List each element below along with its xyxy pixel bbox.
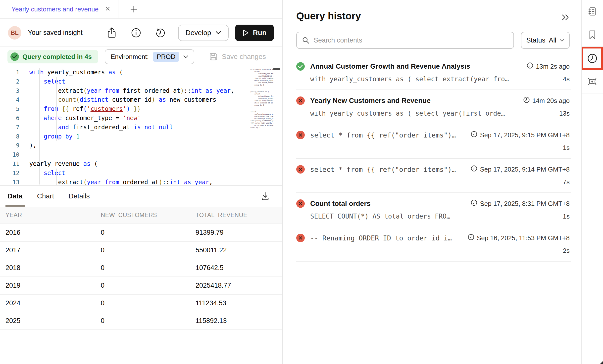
table-header-row: YEARNEW_CUSTOMERSTOTAL_REVENUE <box>0 207 282 224</box>
column-header: YEAR <box>0 212 95 219</box>
history-item[interactable]: Count total ordersSep 17, 2025, 8:31 PM … <box>296 193 571 227</box>
close-icon[interactable] <box>104 5 111 13</box>
table-cell: 2016 <box>0 229 95 236</box>
download-icon[interactable] <box>259 190 271 202</box>
history-item[interactable]: select * from {{ ref("order_items")…Sep … <box>296 159 571 193</box>
environment-selector[interactable]: Environment: PROD <box>105 49 194 64</box>
history-item-timestamp: Sep 17, 2025, 9:15 PM GMT+8 <box>471 131 570 139</box>
rail-item-lineage[interactable] <box>582 70 603 93</box>
history-item-duration: 1s <box>563 144 570 152</box>
line-number: 8 <box>0 132 29 141</box>
table-cell: 0 <box>95 317 190 325</box>
develop-button[interactable]: Develop <box>178 25 229 41</box>
run-button[interactable]: Run <box>235 25 274 41</box>
tab-data[interactable]: Data <box>7 186 23 207</box>
bookmark-icon <box>588 30 597 40</box>
check-icon <box>10 52 19 61</box>
share-icon[interactable] <box>106 27 117 39</box>
table-cell: 0 <box>95 299 190 307</box>
line-number: 1 <box>0 68 29 77</box>
table-cell: 2024 <box>0 299 95 307</box>
info-icon[interactable] <box>130 27 142 39</box>
code-line: 9), <box>0 141 249 150</box>
table-cell: 0 <box>95 282 190 289</box>
code-line: 10 <box>0 150 249 159</box>
error-status-icon <box>296 234 305 242</box>
save-icon <box>209 52 218 61</box>
history-list: Annual Customer Growth and Revenue Analy… <box>296 56 571 262</box>
line-number: 12 <box>0 169 29 178</box>
line-number: 7 <box>0 123 29 132</box>
history-item-title: select * from {{ ref("order_items")… <box>310 131 465 139</box>
rail-item-bookmarks[interactable] <box>582 23 603 47</box>
code-line: 12 select <box>0 169 249 178</box>
environment-label: Environment: <box>111 53 149 61</box>
line-number: 4 <box>0 95 29 104</box>
code-line: 6 where customer_type = 'new' <box>0 114 249 123</box>
code-line: 4 count(distinct customer_id) as new_cus… <box>0 95 249 104</box>
query-status-pill: Query completed in 4s <box>7 50 98 63</box>
clock-icon <box>468 234 474 242</box>
editor-scrollbar[interactable] <box>273 68 280 70</box>
tab-chart[interactable]: Chart <box>37 186 54 207</box>
rail-item-notebook[interactable] <box>582 0 603 23</box>
line-number: 2 <box>0 77 29 86</box>
error-status-icon <box>296 165 305 174</box>
table-cell: 2025 <box>0 317 95 325</box>
table-cell: 111234.53 <box>190 299 282 307</box>
history-item[interactable]: Annual Customer Growth and Revenue Analy… <box>296 56 571 90</box>
history-item[interactable]: Yearly New Customers and Revenue14m 20s … <box>296 90 571 124</box>
history-item-timestamp: 13m 2s ago <box>527 62 570 71</box>
history-item-timestamp: 14m 20s ago <box>523 96 570 105</box>
notebook-icon <box>587 6 597 16</box>
tab-divider <box>118 0 118 19</box>
query-status-text: Query completed in 4s <box>22 53 92 61</box>
clock-icon <box>471 131 477 139</box>
line-number: 3 <box>0 86 29 95</box>
search-icon <box>302 36 310 45</box>
tab-yearly-customers-and-revenue[interactable]: Yearly customers and revenue <box>0 0 118 18</box>
new-tab-button[interactable] <box>128 4 139 15</box>
line-number: 9 <box>0 141 29 150</box>
history-item-timestamp: Sep 17, 2025, 9:14 PM GMT+8 <box>471 165 570 174</box>
table-cell: 550011.22 <box>190 246 282 254</box>
history-item-duration: 7s <box>563 178 570 186</box>
editor-panel: Yearly customers and revenue BL Your sav… <box>0 0 283 364</box>
status-filter-label: Status <box>526 37 546 44</box>
save-changes-button[interactable]: Save changes <box>209 52 266 61</box>
error-status-icon <box>296 96 305 105</box>
query-history-title: Query history <box>296 10 361 22</box>
history-item[interactable]: select * from {{ ref("order_items")…Sep … <box>296 124 571 159</box>
tab-details[interactable]: Details <box>68 186 90 207</box>
tab-label: Yearly customers and revenue <box>11 5 99 13</box>
table-row: 2016091399.79 <box>0 224 282 242</box>
double-chevron-right-icon[interactable] <box>561 14 570 22</box>
search-box <box>296 32 514 49</box>
code-lines: 1with yearly_customers as (2 select3 ext… <box>0 68 249 185</box>
table-cell: 2025418.77 <box>190 282 282 289</box>
sql-editor[interactable]: 1with yearly_customers as (2 select3 ext… <box>0 66 282 185</box>
status-filter-dropdown[interactable]: Status All <box>521 32 570 49</box>
rail-item-query-history[interactable] <box>582 47 603 70</box>
history-item-title: select * from {{ ref("order_items")… <box>310 166 465 173</box>
table-cell: 2018 <box>0 264 95 272</box>
line-number: 6 <box>0 114 29 123</box>
table-row: 20180107642.5 <box>0 259 282 277</box>
history-item[interactable]: -- Renaming ORDER_ID to order_id i…Sep 1… <box>296 227 571 262</box>
code-line: 1with yearly_customers as ( <box>0 68 249 77</box>
code-line: 13 extract(year from ordered_at)::int as… <box>0 178 249 185</box>
history-item-query-preview: with yearly_customers as ( select year(f… <box>310 110 559 117</box>
history-item-duration: 2s <box>563 247 570 255</box>
search-input[interactable] <box>296 32 514 49</box>
clock-icon <box>523 96 530 105</box>
editor-minimap[interactable]: with yearly_customers as ( select extrac… <box>249 68 273 184</box>
code-line: 5 from {{ ref('customers') }} <box>0 104 249 114</box>
tab-bar: Yearly customers and revenue <box>0 0 282 19</box>
avatar: BL <box>8 26 21 40</box>
line-number: 13 <box>0 178 29 185</box>
history-item-title: -- Renaming ORDER_ID to order_id i… <box>310 234 462 242</box>
results-tabs: DataChartDetails <box>0 185 282 207</box>
right-icon-rail <box>581 0 603 364</box>
version-history-icon[interactable] <box>155 27 166 39</box>
code-line: 3 extract(year from first_ordered_at)::i… <box>0 86 249 95</box>
